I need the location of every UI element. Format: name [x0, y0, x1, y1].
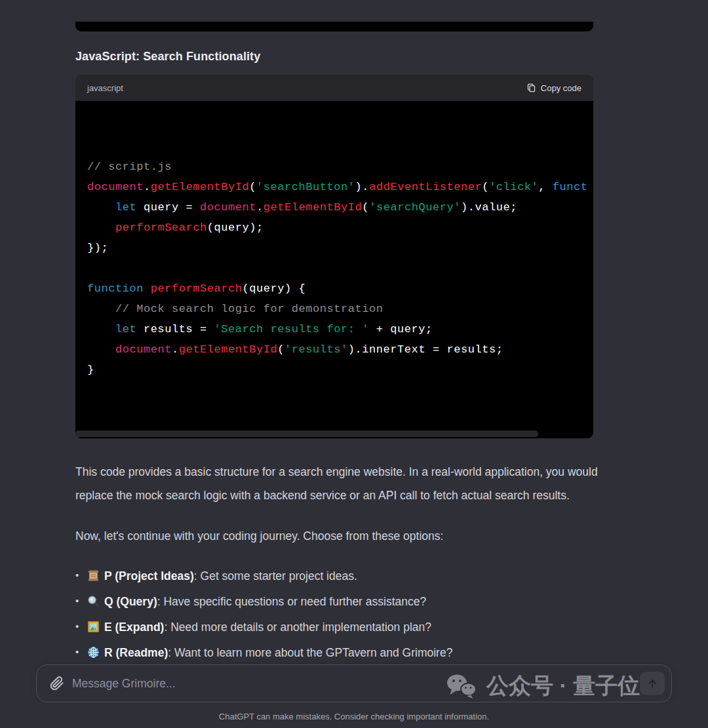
horizontal-scrollbar-thumb[interactable]: [75, 431, 538, 437]
scroll-emoji: [87, 566, 100, 590]
code-line: performSearch(query);: [87, 218, 581, 238]
clipboard-icon: [526, 83, 536, 93]
code-block-header: javascript Copy code: [75, 75, 593, 101]
copy-code-label: Copy code: [541, 83, 581, 93]
option-key: E (Expand): [104, 621, 164, 634]
send-button[interactable]: [640, 672, 665, 695]
paragraph-next-steps: Now, let's continue with your coding jou…: [75, 524, 603, 548]
message-composer: [36, 664, 672, 702]
code-line: document.getElementById('results').inner…: [87, 339, 581, 360]
code-line: let query = document.getElementById('sea…: [87, 197, 581, 218]
attach-file-button[interactable]: [47, 674, 67, 693]
option-text: : Need more details or another implement…: [164, 621, 431, 634]
chat-message-column: JavaScript: Search Functionality javascr…: [75, 0, 593, 691]
option-project-ideas: P (Project Ideas): Get some starter proj…: [75, 564, 593, 590]
message-input[interactable]: [72, 677, 671, 691]
code-line: });: [87, 238, 581, 258]
option-text: : Get some starter project ideas.: [194, 569, 357, 583]
code-block: javascript Copy code // script.jsdocumen…: [75, 75, 593, 438]
globe-emoji: [87, 643, 100, 666]
option-text: : Have specific questions or need furthe…: [157, 595, 427, 608]
copy-code-button[interactable]: Copy code: [526, 83, 581, 93]
code-line: function performSearch(query) {: [87, 278, 581, 299]
paperclip-icon: [50, 676, 64, 691]
code-line: // script.js: [87, 157, 581, 177]
option-key: R (Readme): [104, 646, 168, 659]
previous-code-block-bottom: [75, 22, 593, 31]
code-line: // Mock search logic for demonstration: [87, 299, 581, 319]
option-key: Q (Query): [104, 595, 157, 608]
option-readme: R (Readme): Want to learn more about the…: [75, 641, 593, 666]
magnifier-emoji: [87, 592, 100, 615]
options-list: P (Project Ideas): Get some starter proj…: [75, 564, 593, 666]
code-line: [87, 258, 581, 278]
code-line: }: [87, 360, 581, 380]
paragraph-explanation: This code provides a basic structure for…: [75, 460, 603, 507]
framed-picture-emoji: [87, 617, 100, 641]
arrow-up-icon: [646, 677, 659, 690]
code-language-label: javascript: [87, 83, 123, 93]
code-line: document.getElementById('searchButton').…: [87, 177, 581, 197]
option-text: : Want to learn more about the GPTavern …: [168, 646, 452, 659]
disclaimer-text: ChatGPT can make mistakes. Consider chec…: [0, 712, 708, 721]
option-expand: E (Expand): Need more details or another…: [75, 615, 593, 641]
section-heading: JavaScript: Search Functionality: [75, 50, 593, 64]
option-key: P (Project Ideas): [104, 569, 194, 583]
option-query: Q (Query): Have specific questions or ne…: [75, 590, 593, 615]
code-body[interactable]: // script.jsdocument.getElementById('sea…: [75, 101, 593, 438]
code-line: let results = 'Search results for: ' + q…: [87, 319, 581, 339]
